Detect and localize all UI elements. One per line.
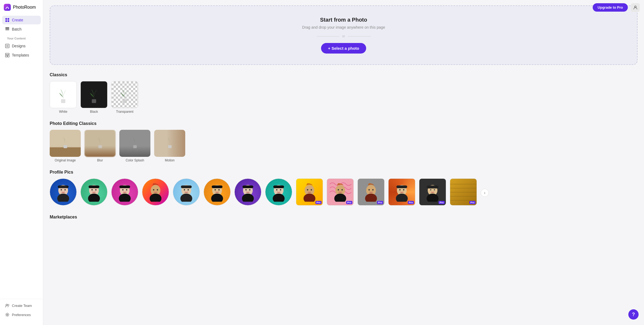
classics-section: Classics White (50, 72, 638, 114)
designs-icon (5, 44, 10, 48)
profile-pic-preview-2 (80, 178, 107, 205)
sidebar-item-batch[interactable]: Batch (2, 25, 41, 34)
create-team-button[interactable]: Create Team (2, 301, 41, 310)
photo-original-card[interactable]: Original Image (50, 130, 81, 162)
profile-pic-card-7[interactable] (234, 178, 261, 207)
svg-point-69 (338, 189, 339, 191)
svg-rect-4 (8, 20, 9, 22)
profile-pic-card-9[interactable]: Pro (296, 178, 323, 207)
classics-cards-row: White Black (50, 81, 638, 114)
plant-original-icon (59, 134, 71, 149)
svg-rect-47 (181, 185, 192, 188)
photo-motion-label: Motion (165, 158, 174, 162)
pro-badge-13: Pro (439, 201, 445, 204)
profile-pic-card-13[interactable]: Pro (419, 178, 446, 207)
photo-blur-label: Blur (97, 158, 103, 162)
profile-pic-preview-3 (111, 178, 138, 205)
pro-badge-14: Pro (469, 201, 476, 204)
svg-rect-18 (92, 99, 96, 103)
svg-rect-20 (63, 145, 67, 148)
profile-pic-preview-7 (234, 178, 261, 205)
profile-pic-card-12[interactable]: Pro (388, 178, 415, 207)
svg-point-25 (57, 194, 69, 202)
classic-white-card[interactable]: White (50, 81, 77, 114)
profile-pic-card-8[interactable] (265, 178, 292, 207)
svg-rect-22 (133, 145, 137, 148)
svg-point-41 (153, 189, 154, 191)
svg-point-46 (188, 189, 189, 191)
classic-black-label: Black (90, 110, 98, 114)
pro-badge-9: Pro (315, 201, 322, 204)
photo-color-splash-card[interactable]: Color Splash (119, 130, 150, 162)
svg-point-50 (215, 189, 216, 191)
svg-rect-12 (8, 55, 9, 57)
classic-black-card[interactable]: Black (80, 81, 107, 114)
sidebar-item-designs-label: Designs (12, 44, 26, 48)
user-menu-button[interactable] (631, 3, 640, 12)
classics-title: Classics (50, 72, 638, 77)
prefs-icon (5, 312, 10, 317)
profile-pic-card-4[interactable] (142, 178, 169, 207)
svg-point-78 (403, 189, 404, 191)
dropzone-or: or (317, 34, 371, 38)
profile-pic-card-1[interactable] (50, 178, 77, 207)
svg-point-15 (7, 314, 8, 316)
profile-pic-card-10[interactable]: Pro (327, 178, 354, 207)
preferences-label: Preferences (12, 313, 31, 317)
svg-point-59 (273, 194, 285, 202)
preferences-button[interactable]: Preferences (2, 310, 41, 319)
svg-point-13 (6, 304, 8, 306)
svg-point-42 (157, 189, 158, 191)
photo-motion-card[interactable]: Motion (154, 130, 185, 162)
profile-pics-title: Profile Pics (50, 170, 638, 175)
help-button[interactable]: ? (628, 309, 639, 320)
marketplaces-section: Marketplaces (50, 215, 638, 220)
classic-transparent-label: Transparent (116, 110, 133, 114)
profile-pic-preview-6 (204, 178, 231, 205)
profile-pic-card-2[interactable] (80, 178, 107, 207)
layers-icon (5, 27, 10, 32)
profile-pic-preview-14: Pro (450, 178, 477, 205)
face-icon-2 (86, 182, 102, 202)
svg-point-74 (372, 189, 374, 191)
marketplaces-title: Marketplaces (50, 215, 638, 220)
svg-point-83 (434, 189, 435, 191)
face-icon-11 (363, 182, 379, 202)
profile-pic-card-6[interactable] (204, 178, 231, 207)
photo-color-splash-preview (119, 130, 150, 157)
sidebar-item-create[interactable]: Create (2, 16, 41, 24)
face-icon-9 (301, 182, 318, 202)
profile-pic-preview-11: Pro (358, 178, 385, 205)
sidebar-item-designs[interactable]: Designs (2, 42, 41, 50)
photo-original-preview (50, 130, 81, 157)
svg-point-16 (635, 6, 636, 8)
plant-white-icon (55, 85, 71, 104)
svg-rect-62 (273, 185, 284, 188)
svg-point-27 (65, 189, 66, 191)
classic-transparent-card[interactable]: Transparent (111, 81, 138, 114)
svg-point-55 (245, 189, 247, 191)
svg-point-45 (184, 189, 185, 191)
svg-point-54 (242, 194, 254, 202)
svg-point-44 (180, 194, 192, 202)
profile-pic-card-11[interactable]: Pro (358, 178, 385, 207)
svg-point-37 (126, 189, 127, 191)
team-icon (5, 303, 10, 308)
select-photo-button[interactable]: + Select a photo (321, 43, 366, 54)
svg-point-36 (122, 189, 124, 191)
upgrade-to-pro-button[interactable]: Upgrade to Pro (593, 3, 628, 12)
sidebar-item-templates-label: Templates (12, 53, 29, 57)
svg-point-70 (342, 189, 343, 191)
photo-blur-preview (85, 130, 116, 157)
face-icon-10 (332, 182, 348, 202)
profile-pic-card-3[interactable] (111, 178, 138, 207)
profile-pics-scroll-right[interactable]: › (481, 189, 489, 197)
profile-pic-card-14[interactable]: Pro (450, 178, 477, 207)
classic-white-preview (50, 81, 77, 108)
sidebar-item-templates[interactable]: Templates (2, 51, 41, 59)
photo-blur-card[interactable]: Blur (85, 130, 116, 162)
profile-pic-card-5[interactable] (173, 178, 200, 207)
drop-zone[interactable]: Start from a Photo Drag and drop your im… (50, 5, 638, 65)
profile-pic-preview-4 (142, 178, 169, 205)
svg-point-64 (304, 194, 315, 202)
